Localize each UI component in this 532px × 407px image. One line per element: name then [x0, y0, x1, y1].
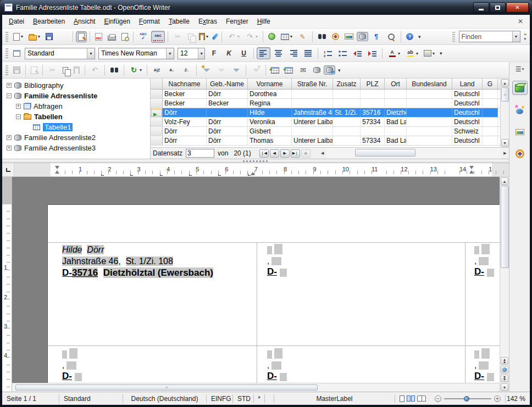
- table-cell[interactable]: [483, 108, 498, 117]
- row-header-cell[interactable]: [151, 136, 163, 145]
- table-cell[interactable]: St. 1/Zi. 10: [333, 108, 361, 117]
- zoom-thumb[interactable]: [464, 396, 469, 402]
- table-cell[interactable]: Bad La: [385, 118, 407, 126]
- table-cell[interactable]: [361, 99, 385, 108]
- table-cell[interactable]: Dörr: [207, 118, 248, 126]
- menu-item-fenster[interactable]: Fenster: [221, 15, 253, 27]
- table-cell[interactable]: Schweiz: [452, 127, 483, 136]
- last-record-button[interactable]: ▶❘: [291, 149, 300, 158]
- increase-indent-button[interactable]: [365, 47, 379, 59]
- column-header-land[interactable]: Land: [452, 79, 483, 89]
- tab-stop-marker[interactable]: [189, 174, 192, 176]
- address-label[interactable]: Hilde Dörr Jahnstraße 46, St. 1/Zi. 108 …: [62, 244, 213, 278]
- font-size-combobox[interactable]: ▼: [178, 48, 205, 59]
- column-header-stra-e-nr-[interactable]: Straße Nr.: [292, 79, 333, 89]
- table-cell[interactable]: Thomas: [248, 136, 292, 145]
- table-cell[interactable]: Deutschl: [452, 108, 483, 117]
- zoom-track[interactable]: [444, 398, 491, 399]
- find-replace-button[interactable]: [315, 31, 329, 43]
- page-indicator[interactable]: Seite 1 / 1: [2, 394, 59, 403]
- record-number-input[interactable]: [186, 149, 214, 158]
- empty-label[interactable]: , D-: [267, 348, 287, 382]
- table-cell[interactable]: Veronika: [248, 118, 292, 126]
- table-cell[interactable]: Gisbert: [248, 127, 292, 136]
- decrease-indent-button[interactable]: [351, 47, 364, 59]
- tree-expander[interactable]: +: [7, 146, 12, 150]
- document-canvas[interactable]: Hilde Dörr Jahnstraße 46, St. 1/Zi. 108 …: [12, 177, 500, 392]
- table-row[interactable]: DörrDörrGisbertSchweiz: [151, 127, 500, 136]
- table-cell[interactable]: [483, 99, 498, 108]
- help-button[interactable]: ?: [404, 31, 415, 42]
- row-header-cell[interactable]: [151, 99, 163, 108]
- gallery-button[interactable]: [342, 32, 356, 41]
- empty-label[interactable]: , D-: [474, 348, 494, 382]
- column-header-g[interactable]: G: [483, 79, 498, 89]
- sidebar-tab-styles[interactable]: [512, 103, 528, 117]
- document-page[interactable]: Hilde Dörr Jahnstraße 46, St. 1/Zi. 108 …: [47, 204, 500, 392]
- email-button[interactable]: [56, 31, 70, 43]
- tree-expander[interactable]: +: [7, 135, 12, 140]
- scroll-right-icon[interactable]: ▶: [501, 151, 509, 155]
- sidebar-tab-gallery[interactable]: [512, 125, 528, 139]
- tree-expander[interactable]: −: [7, 93, 12, 98]
- explorer-on-off-button[interactable]: [324, 65, 335, 75]
- align-right-button[interactable]: [286, 47, 300, 59]
- insert-mode-indicator[interactable]: EINFG: [207, 394, 233, 403]
- previous-page-button[interactable]: ▲▲: [501, 357, 508, 365]
- tree-expander[interactable]: +: [16, 104, 21, 109]
- scrollbar-thumb[interactable]: [501, 186, 509, 268]
- find-input[interactable]: [459, 32, 512, 41]
- background-color-button[interactable]: ▾: [422, 48, 437, 58]
- zoom-value[interactable]: 142 %: [505, 394, 530, 403]
- table-cell[interactable]: [385, 99, 407, 108]
- zoom-button[interactable]: [384, 31, 398, 43]
- tree-expander[interactable]: −: [16, 114, 21, 119]
- font-name-input[interactable]: [99, 49, 166, 58]
- table-cell[interactable]: [385, 127, 407, 136]
- right-indent-marker[interactable]: [251, 172, 256, 175]
- chevron-down-icon[interactable]: ▼: [166, 48, 174, 59]
- table-cell[interactable]: Regina: [248, 99, 292, 108]
- table-cell[interactable]: Bad La: [385, 136, 407, 145]
- align-center-button[interactable]: [271, 47, 285, 59]
- table-button[interactable]: ▾: [279, 32, 295, 42]
- vertical-ruler[interactable]: 1234: [2, 177, 12, 392]
- table-cell[interactable]: Dietzhö: [385, 108, 407, 117]
- find-toolbar-overflow[interactable]: »▾: [522, 32, 529, 41]
- table-cell[interactable]: [333, 127, 361, 136]
- table-cell[interactable]: [407, 90, 452, 98]
- edit-file-button[interactable]: [76, 31, 87, 42]
- tab-stop-marker[interactable]: [248, 174, 251, 176]
- tree-item-bibliography[interactable]: +Bibliography: [2, 80, 150, 91]
- table-cell[interactable]: 57334: [361, 118, 385, 126]
- indent-marker[interactable]: [55, 166, 60, 174]
- table-row[interactable]: DörrDörrThomasUnterer Laiba57334Bad LaDe…: [151, 136, 500, 146]
- table-cell[interactable]: [292, 99, 333, 108]
- sort-button[interactable]: A|Z: [150, 64, 164, 76]
- table-cell[interactable]: [292, 127, 333, 136]
- table-cell[interactable]: [407, 108, 452, 117]
- table-cell[interactable]: Hilde: [248, 108, 292, 117]
- table-cell[interactable]: [483, 136, 498, 145]
- table-cell[interactable]: Dorothea: [248, 90, 292, 98]
- row-header-cell[interactable]: [151, 90, 163, 98]
- table-horizontal-scrollbar[interactable]: ◀ ▶: [319, 148, 509, 159]
- table-cell[interactable]: [333, 99, 361, 108]
- scroll-down-icon[interactable]: ▼: [501, 139, 509, 147]
- language-indicator[interactable]: Deutsch (Deutschland): [123, 394, 207, 403]
- find-combobox[interactable]: ▼: [459, 31, 520, 42]
- menu-item-hilfe[interactable]: Hilfe: [253, 15, 275, 27]
- copy-button[interactable]: [60, 65, 70, 75]
- italic-button[interactable]: K: [222, 47, 236, 59]
- previous-record-button[interactable]: ◀: [270, 149, 279, 158]
- table-cell[interactable]: Jahnstraße 46: [292, 108, 333, 117]
- bullet-list-button[interactable]: [336, 47, 350, 59]
- minimize-button[interactable]: [473, 2, 489, 13]
- table-cell[interactable]: [333, 90, 361, 98]
- chevron-down-icon[interactable]: ▼: [512, 31, 520, 42]
- font-name-combobox[interactable]: ▼: [98, 48, 174, 59]
- row-header-cell[interactable]: ▶: [151, 108, 163, 117]
- new-document-button[interactable]: ▾: [11, 31, 25, 42]
- chevron-down-icon[interactable]: ▼: [87, 48, 95, 59]
- table-cell[interactable]: [407, 127, 452, 136]
